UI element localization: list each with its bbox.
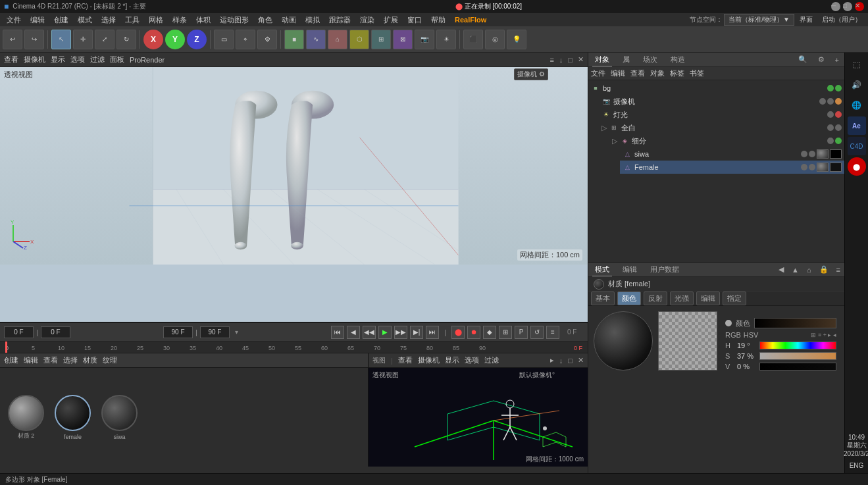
check-render-aw[interactable] [835,124,842,131]
spline-button[interactable]: ∿ [306,30,326,49]
props-lock-icon[interactable]: 🔒 [819,265,829,274]
render-button[interactable]: 💡 [507,30,526,49]
x-axis-button[interactable]: X [143,30,163,49]
sv-menu-filter[interactable]: 过滤 [484,355,499,365]
mm-menu-create[interactable]: 创建 [4,355,18,365]
loop-button[interactable]: ↺ [530,326,544,339]
menu-file[interactable]: 文件 [3,14,25,26]
check-vis-female[interactable] [801,164,807,170]
frame-step-input[interactable] [41,326,70,338]
props-home-icon[interactable]: ⌂ [807,266,811,274]
om-tab-objects[interactable]: 对象 [592,53,612,66]
camera-button[interactable]: 📷 [415,30,434,49]
mat-tab-reflect[interactable]: 反射 [644,292,667,305]
sys-icon-1[interactable]: ⬚ [848,55,866,74]
om-menu-view[interactable]: 查看 [630,68,645,78]
play-button[interactable]: ▶ [378,326,392,339]
sys-icon-2[interactable]: 🔊 [848,76,866,94]
nurbs-button[interactable]: ⌂ [328,30,347,49]
y-axis-button[interactable]: Y [165,30,185,49]
menu-volume[interactable]: 体积 [192,14,215,26]
s-bar[interactable] [759,352,836,360]
check-render-bg[interactable] [835,85,842,91]
material-item-1[interactable]: 材质 2 [8,395,44,431]
node-space-select[interactable]: 当前（标准/物理）▼ [724,14,794,26]
sv-icon-3[interactable]: □ [568,357,573,365]
goto-end-button[interactable]: ⏭ [426,326,439,339]
max-frame-input[interactable] [200,326,230,338]
mm-menu-view[interactable]: 查看 [43,355,58,365]
menu-mesh[interactable]: 网格 [145,14,167,26]
menu-realflow[interactable]: RealFlow [451,15,490,24]
vp-menu-prorender[interactable]: ProRender [130,56,165,64]
vp-menu-view[interactable]: 查看 [4,55,18,64]
menu-tracker[interactable]: 跟踪器 [325,14,355,26]
sky-button[interactable]: ◎ [485,30,505,49]
om-menu-bookmarks[interactable]: 书签 [690,68,704,78]
sv-menu-options[interactable]: 选项 [465,355,479,365]
mat-color-swatch[interactable] [754,318,836,328]
menu-help[interactable]: 帮助 [427,14,449,26]
cube-button[interactable]: ■ [284,30,304,49]
check-vis-aw[interactable] [827,124,834,131]
mm-menu-texture[interactable]: 纹理 [103,355,117,365]
menu-render[interactable]: 渲染 [356,14,378,26]
next-frame-button[interactable]: ▶| [410,326,423,339]
end-frame-input[interactable] [163,326,193,338]
menu-animate[interactable]: 动画 [278,14,300,26]
mat-tab-assign[interactable]: 指定 [723,292,746,305]
current-frame-input[interactable] [4,326,34,338]
field-button[interactable]: ⊠ [393,30,413,49]
check-vis-cam[interactable] [819,98,826,105]
obj-row-all-white[interactable]: ▷ ⊞ 全白 [599,121,844,134]
check-extra-cam[interactable] [835,98,842,105]
deform-button[interactable]: ⬡ [349,30,369,49]
mm-menu-select[interactable]: 选择 [63,355,78,365]
timeline-ruler[interactable]: 0 5 10 15 20 25 30 35 40 45 50 55 60 65 [0,342,588,353]
path-button[interactable]: P [515,326,528,339]
z-axis-button[interactable]: Z [187,30,207,49]
v-bar[interactable] [759,363,836,370]
menu-window[interactable]: 窗口 [403,14,426,26]
record-button[interactable]: ⬤ [451,326,465,339]
sv-icon-4[interactable]: ✕ [578,356,584,365]
mat-tab-luminance[interactable]: 光强 [670,292,694,305]
material-thumb-3[interactable] [101,395,138,431]
ae-icon[interactable]: Ae [848,116,866,135]
om-search-icon[interactable]: 🔍 [798,55,807,64]
play-forward-button[interactable]: ▶▶ [394,326,407,339]
check-vis-bg[interactable] [827,85,834,91]
menu-extend[interactable]: 扩展 [380,14,402,26]
menu-mode[interactable]: 模式 [74,14,96,26]
om-filter-icon[interactable]: ⚙ [818,55,825,64]
play-reverse-button[interactable]: ◀◀ [363,326,376,339]
sv-content[interactable]: 透视视图 默认摄像机° [369,368,588,467]
vp-menu-camera[interactable]: 摄像机 [24,55,45,64]
menu-tools[interactable]: 工具 [121,14,143,26]
om-tab-attr[interactable]: 属 [620,53,632,66]
sv-menu-camera[interactable]: 摄像机 [418,355,440,365]
vp-menu-filter[interactable]: 过滤 [90,55,105,64]
main-viewport[interactable]: 查看 摄像机 显示 选项 过滤 面板 ProRender ≡ ↓ □ ✕ 透视视… [0,53,588,322]
light-button[interactable]: ☀ [436,30,456,49]
check-render-female[interactable] [809,164,815,170]
menu-simulate[interactable]: 模拟 [301,14,324,26]
vp-menu-panel[interactable]: 面板 [110,55,124,64]
om-menu-file[interactable]: 文件 [591,68,605,78]
vp-icon-4[interactable]: ✕ [578,55,584,64]
check-render-sd[interactable] [835,138,842,144]
obj-row-camera[interactable]: 📷 摄像机 [599,95,844,108]
move-tool-button[interactable]: ✛ [73,30,93,49]
om-menu-tags[interactable]: 标签 [670,68,684,78]
sys-icon-3[interactable]: 🌐 [848,96,866,115]
om-add-icon[interactable]: + [835,56,839,64]
check-vis-siwa[interactable] [801,151,807,157]
h-bar[interactable] [759,342,836,349]
prev-frame-button[interactable]: ◀ [347,326,360,339]
c4d-icon[interactable]: C4D [848,137,866,155]
obj-row-siwa[interactable]: △ siwa [620,147,844,161]
props-tab-mode[interactable]: 模式 [592,263,612,276]
props-tab-edit[interactable]: 编辑 [620,263,640,276]
props-more-icon[interactable]: ≡ [836,266,840,274]
select-tool-button[interactable]: ↖ [51,30,71,49]
